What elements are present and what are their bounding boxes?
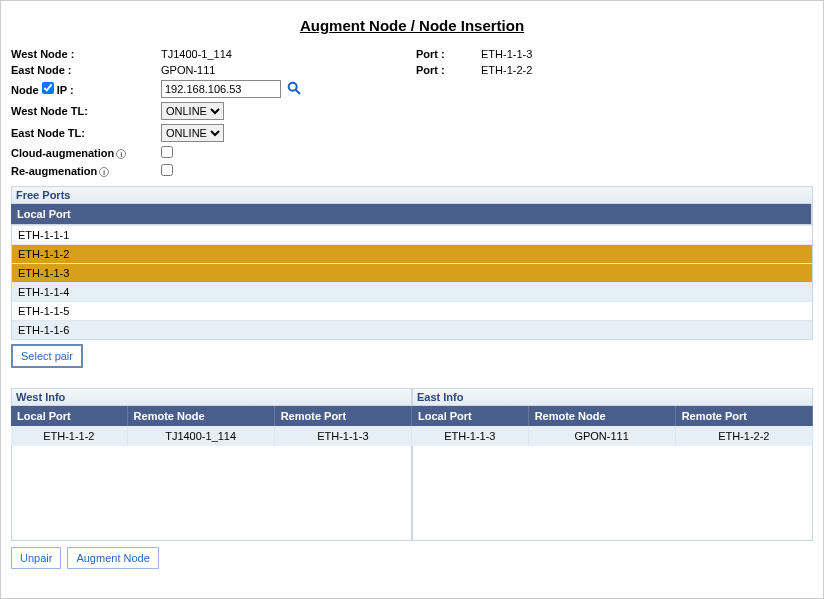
port-row[interactable]: ETH-1-1-3 <box>12 263 812 282</box>
free-ports-list: ETH-1-1-1 ETH-1-1-2 ETH-1-1-3 ETH-1-1-4 … <box>11 224 813 340</box>
label-west-node: West Node : <box>11 48 161 60</box>
free-ports-header: Free Ports <box>11 186 813 204</box>
west-info-panel: West Info Local Port Remote Node Remote … <box>11 388 412 541</box>
east-info-panel: East Info Local Port Remote Node Remote … <box>412 388 813 541</box>
value-east-port: ETH-1-2-2 <box>481 64 813 76</box>
east-info-table: Local Port Remote Node Remote Port ETH-1… <box>412 406 813 446</box>
label-east-node: East Node : <box>11 64 161 76</box>
col-local-port: Local Port <box>412 406 528 426</box>
label-west-port: Port : <box>416 48 481 60</box>
ip-input[interactable] <box>161 80 281 98</box>
port-row[interactable]: ETH-1-1-2 <box>12 244 812 263</box>
table-row[interactable]: ETH-1-1-3 GPON-111 ETH-1-2-2 <box>412 426 813 446</box>
label-ip-suffix: IP : <box>57 84 74 96</box>
label-east-tl: East Node TL: <box>11 127 161 139</box>
cloud-aug-checkbox[interactable] <box>161 146 173 158</box>
select-pair-button[interactable]: Select pair <box>11 344 83 368</box>
west-info-body <box>11 446 412 541</box>
port-row[interactable]: ETH-1-1-4 <box>12 282 812 301</box>
node-ip-checkbox[interactable] <box>42 82 54 94</box>
local-port-column-header: Local Port <box>11 204 813 224</box>
west-info-table: Local Port Remote Node Remote Port ETH-1… <box>11 406 412 446</box>
west-tl-select[interactable]: ONLINE <box>161 102 224 120</box>
label-node-ip: Node IP : <box>11 82 161 96</box>
label-re-aug: Re-augmenationi <box>11 165 161 177</box>
svg-line-1 <box>296 90 300 94</box>
value-west-node: TJ1400-1_114 <box>161 48 286 60</box>
label-west-tl: West Node TL: <box>11 105 161 117</box>
main-panel: Augment Node / Node Insertion West Node … <box>0 0 824 599</box>
col-local-port: Local Port <box>11 406 127 426</box>
east-info-body <box>412 446 813 541</box>
info-icon[interactable]: i <box>99 167 109 177</box>
east-tl-select[interactable]: ONLINE <box>161 124 224 142</box>
svg-point-0 <box>289 83 297 91</box>
value-west-port: ETH-1-1-3 <box>481 48 813 60</box>
augment-node-button[interactable]: Augment Node <box>67 547 158 569</box>
port-row[interactable]: ETH-1-1-5 <box>12 301 812 320</box>
port-row[interactable]: ETH-1-1-6 <box>12 320 812 339</box>
west-info-header: West Info <box>11 388 412 406</box>
port-row[interactable]: ETH-1-1-1 <box>12 225 812 244</box>
value-east-node: GPON-111 <box>161 64 286 76</box>
unpair-button[interactable]: Unpair <box>11 547 61 569</box>
col-remote-node: Remote Node <box>127 406 274 426</box>
col-remote-node: Remote Node <box>528 406 675 426</box>
col-remote-port: Remote Port <box>675 406 812 426</box>
label-east-port: Port : <box>416 64 481 76</box>
label-cloud-aug: Cloud-augmenationi <box>11 147 161 159</box>
info-icon[interactable]: i <box>116 149 126 159</box>
re-aug-checkbox[interactable] <box>161 164 173 176</box>
page-title: Augment Node / Node Insertion <box>11 17 813 34</box>
search-icon[interactable] <box>286 80 302 96</box>
label-node: Node <box>11 84 39 96</box>
form-grid: West Node : TJ1400-1_114 Port : ETH-1-1-… <box>11 48 813 178</box>
east-info-header: East Info <box>412 388 813 406</box>
table-row[interactable]: ETH-1-1-2 TJ1400-1_114 ETH-1-1-3 <box>11 426 412 446</box>
col-remote-port: Remote Port <box>274 406 411 426</box>
